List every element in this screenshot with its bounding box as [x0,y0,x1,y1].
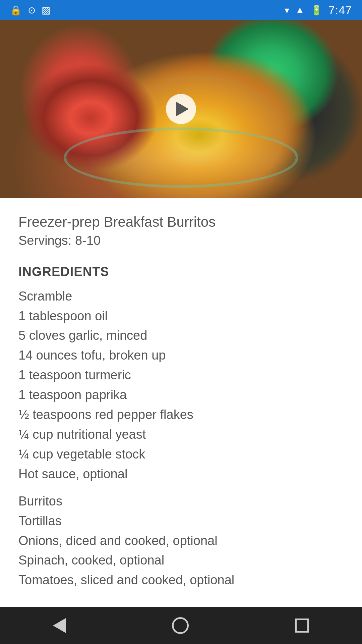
ingredient-garlic: 5 cloves garlic, minced [18,326,344,345]
play-button[interactable] [166,94,196,124]
signal-icon: ▲ [295,5,305,15]
burritos-header: Burritos [18,494,344,508]
ingredient-tomatoes: Tomatoes, sliced and cooked, optional [18,570,344,590]
sync-icon: ⊙ [28,5,36,16]
recent-icon [295,619,309,633]
status-bar-left-icons: 🔒 ⊙ ▨ [10,5,50,16]
home-icon [172,617,189,634]
recipe-servings: Servings: 8-10 [18,233,344,248]
recipe-title: Freezer-prep Breakfast Burritos [18,213,344,231]
battery-icon: 🔋 [311,5,322,16]
back-icon [53,618,66,633]
plate-decoration [64,127,298,188]
nav-back-button[interactable] [53,618,66,633]
wifi-icon: ▾ [285,5,289,16]
ingredient-paprika: 1 teaspoon paprika [18,385,344,405]
sd-card-icon: ▨ [42,5,50,16]
scramble-header: Scramble [18,289,344,304]
status-time: 7:47 [328,4,352,17]
burritos-ingredients: Tortillas Onions, diced and cooked, opti… [18,511,344,590]
play-triangle-icon [176,102,189,116]
navigation-bar [0,607,362,644]
ingredient-vegetable-stock: ¼ cup vegetable stock [18,444,344,464]
ingredient-red-pepper: ½ teaspoons red pepper flakes [18,405,344,425]
ingredients-header: INGREDIENTS [18,265,344,279]
ingredient-spinach: Spinach, cooked, optional [18,550,344,570]
status-bar-right-icons: ▾ ▲ 🔋 7:47 [285,4,352,17]
recipe-content: Freezer-prep Breakfast Burritos Servings… [0,198,362,617]
ingredient-onions: Onions, diced and cooked, optional [18,531,344,551]
ingredient-hot-sauce: Hot sauce, optional [18,464,344,484]
scramble-ingredients: 1 tablespoon oil 5 cloves garlic, minced… [18,306,344,484]
ingredient-nutritional-yeast: ¼ cup nutritional yeast [18,425,344,444]
nav-recent-button[interactable] [295,619,309,633]
status-bar: 🔒 ⊙ ▨ ▾ ▲ 🔋 7:47 [0,0,362,20]
ingredient-turmeric: 1 teaspoon turmeric [18,365,344,385]
ingredient-tortillas: Tortillas [18,511,344,531]
nav-home-button[interactable] [172,617,189,634]
ingredient-oil: 1 tablespoon oil [18,306,344,326]
recipe-video-thumbnail[interactable] [0,20,362,198]
ingredient-tofu: 14 ounces tofu, broken up [18,345,344,365]
lock-icon: 🔒 [10,5,22,16]
